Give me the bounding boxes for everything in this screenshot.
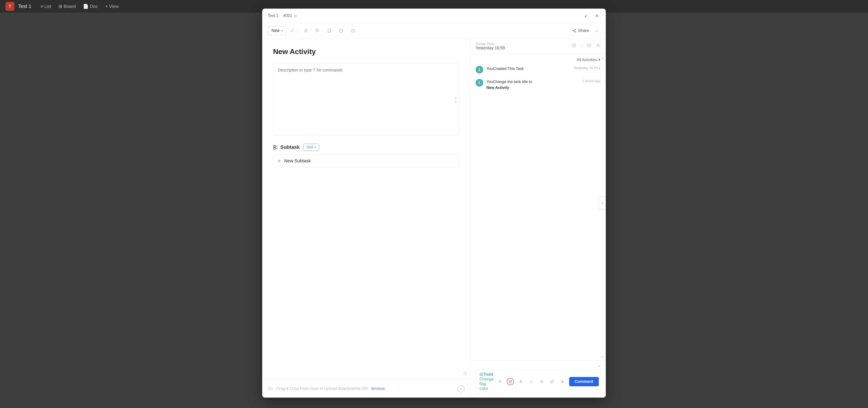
svg-point-0	[305, 29, 307, 31]
nav-doc[interactable]: 📄 Doc	[83, 4, 98, 9]
share-label: Share	[578, 28, 589, 33]
description-clock-icon	[463, 372, 467, 377]
activity-item-2: 1 YouChange the task title to New Activi…	[475, 79, 600, 90]
svg-point-4	[573, 30, 574, 31]
activity-avatar-1: 1	[475, 66, 483, 74]
nav-list[interactable]: ≡ List	[40, 4, 51, 9]
assignee-icon[interactable]	[302, 27, 310, 35]
comment-person-icon[interactable]	[496, 378, 504, 385]
modal-minimize-button[interactable]: ↙	[582, 12, 590, 20]
comment-link-icon[interactable]	[548, 378, 556, 385]
task-title[interactable]: New Activity	[273, 48, 459, 56]
svg-line-7	[574, 31, 575, 32]
app-logo: T	[5, 2, 14, 11]
svg-point-5	[575, 31, 576, 32]
description-input[interactable]	[273, 63, 459, 136]
subtask-bullet	[278, 160, 281, 163]
arrow-right-icon[interactable]: ›	[581, 43, 582, 49]
comment-slash-icon[interactable]: ⊘	[538, 378, 545, 385]
history-forward-icon[interactable]	[587, 43, 591, 49]
modal-body: New Activity ▲ ▼ Subta	[262, 38, 606, 398]
activity-content-1: YouCreated This Task Yesterday 16:59 ▴	[487, 66, 600, 74]
history-back-icon[interactable]	[572, 43, 576, 49]
external-link-icon[interactable]: ⧉	[294, 14, 297, 18]
svg-point-16	[597, 44, 599, 46]
add-subtask-button[interactable]: Add ▾	[303, 144, 319, 151]
activity-scroll-bottom: ▼	[601, 354, 604, 358]
modal-close-button[interactable]: ✕	[593, 12, 600, 20]
comment-emoji-icon[interactable]: ☺	[528, 378, 535, 385]
modal-header: Test 1 #001 ⧉ ↙ ✕	[262, 8, 606, 23]
activity-section: ▲ All Activities ▾ 1 YouCreated This Tas…	[470, 54, 606, 360]
more-options-button[interactable]: ···	[593, 27, 600, 35]
toolbar-separator	[298, 28, 298, 34]
activity-filter-label: All Activities	[577, 58, 597, 62]
activity-row-1: YouCreated This Task Yesterday 16:59 ▴	[487, 66, 600, 72]
box-icon[interactable]	[337, 27, 345, 35]
modal-header-actions: ↙ ✕	[582, 12, 600, 20]
activity-filter-chevron-icon: ▾	[598, 57, 600, 62]
comment-record-icon[interactable]: ●	[559, 378, 566, 385]
nav-board[interactable]: ⊞ Board	[59, 4, 76, 9]
svg-point-17	[499, 380, 501, 382]
comment-mention: @Todd	[479, 372, 493, 377]
activity-time-2: 2 hours Ago	[582, 79, 600, 83]
activity-scroll-top: ▲	[601, 56, 604, 60]
share-button[interactable]: Share	[572, 28, 589, 33]
activity-filter-button[interactable]: All Activities ▾	[577, 57, 600, 62]
create-time-value: Yesterday 16:59	[475, 46, 572, 51]
activity-text-2: YouChange the task title to New Activity	[487, 79, 532, 90]
user-icon[interactable]	[596, 43, 600, 49]
subtask-title: Subtask	[273, 144, 300, 150]
comment-area: ▼ @Todd Change flag color @ # ☺ ⊘	[470, 360, 606, 398]
record-button[interactable]: ●	[457, 385, 465, 392]
bookmark-icon[interactable]	[325, 27, 333, 35]
top-bar-nav: ≡ List ⊞ Board 📄 Doc + View	[40, 4, 119, 9]
status-button[interactable]: New ▾	[268, 26, 287, 35]
status-label: New	[272, 28, 280, 33]
subtask-text: New Subtask	[284, 158, 311, 164]
task-modal: Test 1 #001 ⧉ ↙ ✕ New ▾ ✓	[262, 8, 606, 398]
breadcrumb-sep	[280, 13, 281, 18]
activity-content-2: YouChange the task title to New Activity…	[487, 79, 600, 90]
add-chevron-icon: ▾	[314, 146, 316, 149]
left-panel: New Activity ▲ ▼ Subta	[262, 38, 470, 398]
svg-point-3	[575, 29, 576, 30]
scroll-indicator: ▲ ▼	[454, 96, 457, 104]
status-chevron-icon: ▾	[281, 29, 283, 32]
subtask-section: Subtask Add ▾ New Subtask	[273, 144, 459, 175]
shield-icon[interactable]	[349, 27, 357, 35]
flag-icon[interactable]	[313, 27, 322, 35]
right-header-icons: ›	[572, 43, 600, 49]
comment-at-icon[interactable]: @	[507, 378, 514, 385]
right-panel-header: Create Time Yesterday 16:59 ›	[470, 38, 606, 54]
comment-input[interactable]: @Todd Change flag color	[479, 372, 494, 391]
drop-zone-text: Drag & Drop Files Here to Upload Attachm…	[276, 386, 368, 391]
create-time-label: Create Time	[475, 42, 572, 46]
subtask-item[interactable]: New Subtask	[273, 154, 459, 167]
svg-rect-12	[274, 147, 275, 149]
drop-zone[interactable]: Drag & Drop Files Here to Upload Attachm…	[262, 379, 470, 398]
nav-view[interactable]: + View	[105, 4, 119, 9]
activity-text-1: YouCreated This Task	[487, 66, 524, 72]
breadcrumb: Test 1 #001 ⧉	[268, 13, 582, 18]
check-icon[interactable]: ✓	[290, 28, 294, 34]
comment-input-row: @Todd Change flag color @ # ☺ ⊘ ●	[475, 369, 600, 394]
browse-link[interactable]: Browse	[371, 386, 385, 391]
breadcrumb-task-id: #001	[283, 13, 292, 18]
svg-line-6	[574, 30, 575, 31]
comment-submit-button[interactable]: Comment	[569, 377, 599, 386]
expand-panel-button[interactable]: ›	[599, 197, 606, 209]
comment-toolbar-icons: @ # ☺ ⊘ ● Comment	[496, 377, 599, 386]
activity-prefix-2: YouChange the task title to	[487, 80, 532, 84]
add-label: Add	[307, 145, 313, 149]
svg-point-2	[351, 29, 354, 32]
comment-hash-icon[interactable]: #	[517, 378, 524, 385]
comment-text-content: Change flag color	[479, 377, 494, 391]
breadcrumb-project: Test 1	[268, 13, 278, 18]
activity-row-2: YouChange the task title to New Activity…	[487, 79, 600, 90]
svg-rect-9	[274, 145, 275, 147]
right-panel: Create Time Yesterday 16:59 ›	[470, 38, 606, 398]
scroll-down-icon: ▼	[454, 100, 457, 104]
activity-filter: All Activities ▾	[475, 57, 600, 62]
